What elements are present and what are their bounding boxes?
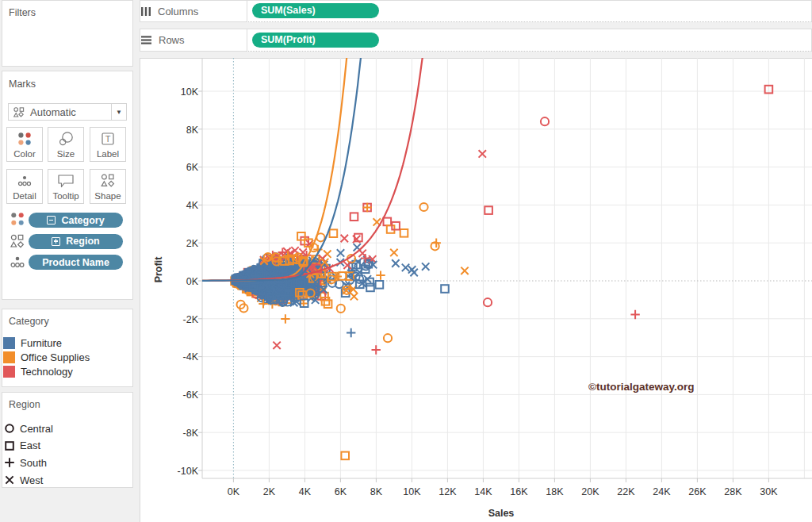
svg-text:8K: 8K bbox=[186, 125, 199, 136]
svg-text:2K: 2K bbox=[263, 486, 276, 497]
svg-text:14K: 14K bbox=[474, 486, 492, 497]
svg-text:24K: 24K bbox=[653, 486, 671, 497]
svg-text:26K: 26K bbox=[688, 486, 707, 497]
svg-text:-4K: -4K bbox=[183, 351, 199, 363]
svg-text:T: T bbox=[105, 134, 111, 144]
svg-text:-10K: -10K bbox=[178, 466, 199, 477]
svg-text:16K: 16K bbox=[510, 486, 528, 497]
svg-text:Profit: Profit bbox=[153, 256, 164, 282]
svg-text:6K: 6K bbox=[186, 162, 199, 173]
svg-text:4K: 4K bbox=[186, 200, 199, 211]
svg-text:28K: 28K bbox=[724, 486, 742, 497]
svg-text:2K: 2K bbox=[186, 238, 199, 249]
svg-text:-2K: -2K bbox=[183, 314, 199, 325]
svg-text:10K: 10K bbox=[403, 486, 421, 497]
svg-text:8K: 8K bbox=[370, 486, 383, 497]
svg-text:-6K: -6K bbox=[183, 390, 199, 401]
svg-text:22K: 22K bbox=[617, 486, 635, 497]
svg-text:6K: 6K bbox=[335, 486, 347, 497]
svg-text:10K: 10K bbox=[181, 86, 199, 98]
svg-text:Sales: Sales bbox=[488, 508, 515, 519]
svg-text:0K: 0K bbox=[186, 276, 199, 287]
svg-text:12K: 12K bbox=[439, 486, 457, 497]
svg-text:-8K: -8K bbox=[183, 428, 199, 439]
svg-text:30K: 30K bbox=[760, 486, 778, 497]
svg-text:20K: 20K bbox=[581, 486, 599, 497]
svg-text:0K: 0K bbox=[228, 486, 240, 497]
svg-text:18K: 18K bbox=[546, 486, 564, 497]
svg-text:©tutorialgateway.org: ©tutorialgateway.org bbox=[588, 381, 694, 393]
svg-text:4K: 4K bbox=[299, 486, 312, 497]
